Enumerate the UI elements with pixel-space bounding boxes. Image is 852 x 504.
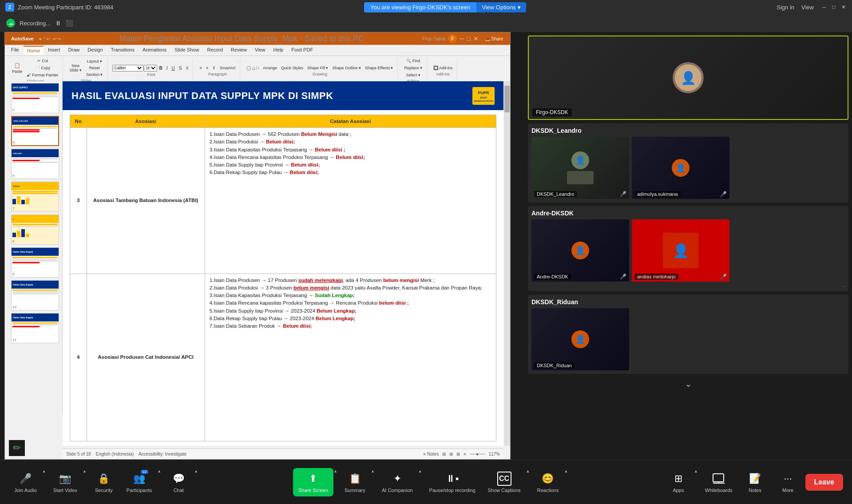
font-family-select[interactable]: Calibri: [112, 65, 143, 71]
bold-button[interactable]: B: [158, 65, 164, 71]
view-link[interactable]: View: [801, 4, 814, 11]
tab-insert[interactable]: Insert: [44, 46, 64, 55]
chat-caret[interactable]: ▲: [194, 469, 198, 473]
more-button[interactable]: ··· More: [773, 468, 804, 496]
new-slide-button[interactable]: NewSlide ▾: [67, 58, 83, 78]
slide-thumb-11[interactable]: Faktor Data Supply 11: [11, 313, 59, 343]
reactions-button[interactable]: 😊 Reactions: [531, 468, 564, 496]
summary-button[interactable]: 📋 Summary: [339, 468, 371, 496]
tab-transitions[interactable]: Transitions: [107, 46, 138, 55]
view-grid-btn[interactable]: ⊞: [456, 452, 460, 456]
minimize-button[interactable]: ─: [821, 4, 827, 10]
slide-thumb-10[interactable]: Faktor Data Supply 10: [11, 280, 59, 310]
tab-view[interactable]: View: [251, 46, 269, 55]
pause-stop-recording-button[interactable]: ⏸▪ Pause/stop recording: [424, 468, 481, 496]
ai-companion-caret[interactable]: ▲: [418, 469, 422, 473]
tab-home[interactable]: Home: [24, 46, 44, 55]
quick-styles-button[interactable]: Quick Styles: [279, 65, 305, 71]
maximize-button[interactable]: □: [831, 4, 837, 10]
tab-help[interactable]: Help: [270, 46, 287, 55]
tab-draw[interactable]: Draw: [65, 46, 83, 55]
tab-record[interactable]: Record: [203, 46, 226, 55]
format-painter-button[interactable]: 🖌 Format Painter: [25, 72, 60, 78]
font-size-select[interactable]: 18: [144, 65, 157, 71]
security-button[interactable]: 🔒 Security: [88, 468, 119, 496]
captions-button[interactable]: CC Show Captions: [483, 468, 526, 496]
add-ins-button[interactable]: 🔲 Add-ins: [432, 65, 455, 71]
start-video-button[interactable]: 📷 Start Video: [48, 468, 83, 496]
shape-effects-button[interactable]: Shape Effects ▾: [363, 65, 395, 71]
tab-animations[interactable]: Animations: [139, 46, 170, 55]
sign-in-link[interactable]: Sign in: [777, 4, 794, 11]
replace-button[interactable]: Replace ▾: [402, 65, 424, 71]
slide-thumb-6[interactable]: EVALUASI 6: [11, 149, 59, 179]
paste-button[interactable]: 📋Paste: [10, 58, 24, 78]
ppt-close[interactable]: ✕: [473, 35, 479, 42]
cut-button[interactable]: ✂ Cut: [25, 58, 60, 64]
apps-button[interactable]: ⊞ Apps: [663, 468, 694, 496]
ppt-maximize[interactable]: □: [467, 35, 470, 42]
zoom-slider[interactable]: ──●──: [470, 452, 485, 456]
slide-thumb-4[interactable]: DATA SUPPLY 4: [11, 83, 59, 113]
share-screen-caret[interactable]: ▲: [333, 469, 337, 473]
close-button[interactable]: ✕: [840, 4, 847, 10]
layout-button[interactable]: Layout ▾: [84, 58, 105, 64]
zoom-level[interactable]: 117%: [488, 452, 500, 456]
tab-review[interactable]: Review: [227, 46, 250, 55]
view-notes-btn[interactable]: ≡: [464, 452, 466, 456]
convert-smartart-button[interactable]: SmartArt: [218, 65, 238, 71]
underline-button[interactable]: U: [170, 65, 177, 71]
shape-outline-button[interactable]: Shape Outline ▾: [331, 65, 363, 71]
leave-button[interactable]: Leave: [805, 474, 843, 491]
share-screen-button[interactable]: ⬆ Share Screen: [293, 468, 333, 496]
ai-companion-button[interactable]: ✦ AI Companion: [376, 468, 418, 496]
share-btn[interactable]: 📤 Share: [481, 36, 507, 42]
join-audio-caret[interactable]: ▲: [42, 469, 46, 473]
annotation-pencil[interactable]: ✏: [9, 440, 25, 456]
slide-scrollbar[interactable]: [504, 81, 510, 446]
slide-thumb-8[interactable]: 2 8: [11, 214, 59, 245]
notes-btn[interactable]: ≡ Notes: [423, 452, 439, 456]
accessibility[interactable]: Accessibility: Investigate: [139, 452, 186, 456]
whiteboards-button[interactable]: Whiteboards: [700, 468, 738, 496]
find-button[interactable]: 🔍 Find: [402, 58, 424, 64]
view-normal-btn[interactable]: ⊞: [442, 452, 446, 456]
section-button[interactable]: Section ▾: [84, 71, 105, 78]
align-left-button[interactable]: ≡: [198, 65, 203, 71]
pause-recording-button[interactable]: ⏸: [55, 20, 61, 27]
apps-caret[interactable]: ▲: [694, 469, 698, 473]
start-video-caret[interactable]: ▲: [83, 469, 87, 473]
shadow-button[interactable]: S: [184, 65, 190, 71]
reset-button[interactable]: Reset: [84, 65, 105, 71]
summary-caret[interactable]: ▲: [371, 469, 375, 473]
shapes-button[interactable]: ◯ △ □: [245, 65, 260, 71]
arrange-button[interactable]: Arrange: [261, 65, 279, 71]
align-center-button[interactable]: ≡: [204, 65, 210, 71]
slide-thumb-7[interactable]: GRAFIK 7: [11, 182, 59, 212]
text-direction-button[interactable]: ⇕: [210, 65, 218, 71]
join-audio-button[interactable]: 🎤 Join Audio: [9, 468, 42, 496]
reactions-caret[interactable]: ▲: [564, 469, 568, 473]
view-options-button[interactable]: View Options ▾: [476, 2, 526, 12]
chat-button[interactable]: 💬 Chat: [163, 468, 194, 496]
italic-button[interactable]: I: [165, 65, 170, 71]
tab-foxit[interactable]: Foxit PDF: [288, 46, 317, 55]
stop-recording-button[interactable]: ⬛: [66, 20, 73, 27]
slide-thumb-5[interactable]: HASIL EVALUASI 5: [11, 116, 59, 146]
ppt-minimize[interactable]: ─: [460, 35, 464, 42]
tab-slideshow[interactable]: Slide Show: [171, 46, 202, 55]
participants-caret[interactable]: ▲: [157, 469, 161, 473]
slide-panel[interactable]: DATA SUPPLY 4 HASIL EVALUASI: [9, 81, 63, 415]
copy-button[interactable]: 📄 Copy: [25, 65, 60, 71]
tab-file[interactable]: File: [8, 46, 23, 55]
participants-button[interactable]: 👥 13 Participants: [121, 468, 157, 496]
shape-fill-button[interactable]: Shape Fill ▾: [305, 65, 330, 71]
notes-button[interactable]: 📝 Notes: [740, 468, 771, 496]
tab-design[interactable]: Design: [84, 46, 106, 55]
captions-caret[interactable]: ▲: [526, 469, 530, 473]
view-outline-btn[interactable]: ⊞: [449, 452, 453, 456]
select-button[interactable]: Select ▾: [402, 72, 424, 78]
scroll-down-button[interactable]: ⌄: [528, 377, 848, 391]
strikethrough-button[interactable]: S: [177, 65, 184, 71]
slide-thumb-9[interactable]: Faktor Data Supply 9: [11, 247, 59, 278]
